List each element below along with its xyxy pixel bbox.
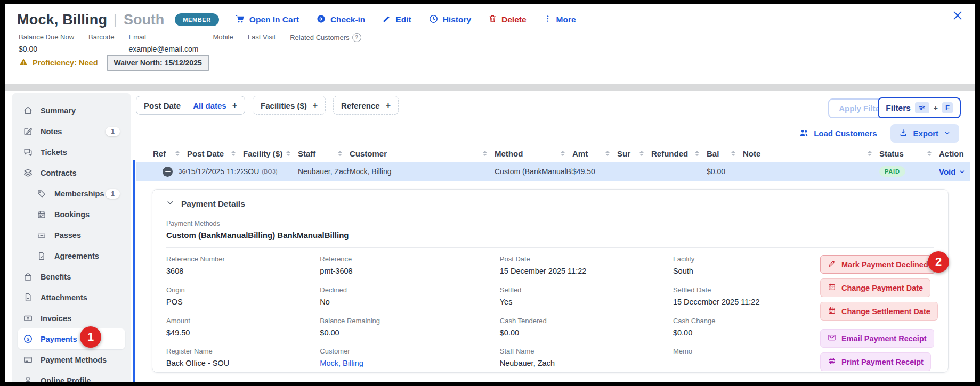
pencil-icon (382, 14, 391, 26)
member-badge: MEMBER (175, 13, 219, 26)
customer-detail-page: Mock, Billing | South MEMBER Open In Car… (5, 4, 975, 382)
customer-link[interactable]: Mock, Billing (320, 359, 499, 367)
print-payment-receipt-button[interactable]: Print Payment Receipt (820, 352, 931, 371)
delete-button[interactable]: Delete (488, 14, 527, 26)
column-header-facility[interactable]: Facility ($) (243, 146, 298, 161)
sort-icon[interactable] (286, 151, 290, 157)
sidebar-item-agreements[interactable]: Agreements (18, 245, 125, 266)
waiver-chip[interactable]: Waiver North: 15/12/2025 (107, 55, 209, 71)
row-ref: 3608 (179, 168, 187, 175)
history-clock-icon (428, 14, 439, 26)
pill-divider (187, 101, 187, 110)
detail-facility: FacilitySouth (673, 255, 820, 279)
sidebar-item-notes[interactable]: Notes 1 (18, 121, 125, 142)
history-button[interactable]: History (428, 14, 471, 26)
change-settlement-date-button[interactable]: Change Settlement Date (820, 302, 938, 321)
table-toolbar: Load Customers Export (799, 124, 959, 143)
svg-text:$: $ (27, 336, 30, 342)
check-in-button[interactable]: Check-in (316, 14, 365, 26)
add-filter-icon[interactable]: + (386, 101, 391, 110)
column-header-post-date[interactable]: Post Date (187, 146, 243, 161)
column-header-note[interactable]: Note (743, 146, 879, 161)
column-header-sur[interactable]: Sur (617, 146, 651, 161)
change-payment-date-button[interactable]: Change Payment Date (820, 278, 930, 297)
calendar-icon (37, 210, 47, 219)
column-header-amt[interactable]: Amt (572, 146, 617, 161)
row-customer: Mock, Billing (350, 162, 495, 181)
sort-icon[interactable] (731, 151, 735, 157)
detail-settled-date: Settled Date15 December 2025 11:22 (673, 286, 820, 310)
mark-payment-declined-button[interactable]: Mark Payment Declined (820, 255, 936, 274)
column-header-refunded[interactable]: Refunded (651, 146, 707, 161)
detail-post-date: Post Date15 December 2025 11:22 (500, 255, 673, 279)
home-icon (23, 105, 34, 116)
filters-button[interactable]: Filters + F (878, 97, 961, 118)
detail-amount: Amount$49.50 (166, 317, 320, 341)
payment-details-toggle[interactable]: Payment Details (166, 199, 934, 209)
filter-pill-row: Post Date All dates + Facilities ($) + R… (136, 96, 399, 115)
sidebar-item-online-profile[interactable]: Online Profile (18, 370, 125, 382)
payment-row[interactable]: 3608 15/12/2025 11:22 SOU(BO3) Neubauer,… (136, 162, 970, 181)
annotation-marker-1: 1 (80, 326, 101, 348)
detail-cash-change: Cash Change$0.00 (673, 317, 820, 341)
column-header-status[interactable]: Status (879, 146, 939, 161)
detail-cash-tendered: Cash Tendered$0.00 (500, 317, 673, 341)
facilities-filter[interactable]: Facilities ($) + (253, 96, 326, 115)
sort-icon[interactable] (695, 151, 699, 157)
reference-filter[interactable]: Reference + (333, 96, 399, 115)
sidebar-item-benefits[interactable]: Benefits (18, 266, 125, 287)
more-button[interactable]: More (544, 14, 576, 25)
detail-reference-number: Reference Number3608 (166, 255, 320, 279)
notes-count-badge: 1 (106, 127, 120, 136)
column-header-ref[interactable]: Ref (136, 146, 187, 161)
sidebar-item-attachments[interactable]: Attachments (18, 287, 125, 308)
add-filter-icon[interactable]: + (232, 101, 237, 110)
column-header-customer[interactable]: Customer (350, 146, 495, 161)
export-button[interactable]: Export (890, 124, 959, 143)
sort-icon[interactable] (561, 151, 565, 157)
edit-button[interactable]: Edit (382, 14, 411, 26)
sort-icon[interactable] (483, 151, 487, 157)
sidebar-item-bookings[interactable]: Bookings (18, 204, 125, 225)
sidebar-item-summary[interactable]: Summary (18, 100, 125, 121)
add-filter-icon[interactable]: + (313, 101, 318, 110)
sidebar-item-passes[interactable]: Passes (18, 225, 125, 245)
sidebar-item-invoices[interactable]: Invoices (18, 308, 125, 328)
collapse-row-icon[interactable] (163, 167, 173, 177)
customer-name: Mock, Billing (17, 12, 107, 28)
sidebar-item-memberships[interactable]: Memberships 1 (18, 183, 125, 204)
email-payment-receipt-button[interactable]: Email Payment Receipt (820, 329, 934, 348)
void-action-dropdown[interactable]: Void (939, 167, 966, 176)
sort-icon[interactable] (338, 151, 342, 157)
sidebar-item-payment-methods[interactable]: Payment Methods (18, 349, 125, 370)
column-header-bal[interactable]: Bal (707, 146, 743, 161)
close-icon[interactable] (952, 10, 963, 21)
load-customers-button[interactable]: Load Customers (799, 128, 877, 139)
column-header-staff[interactable]: Staff (298, 146, 350, 161)
sidebar-item-payments[interactable]: $ Payments (18, 328, 125, 349)
detail-reference: Referencepmt-3608 (320, 255, 499, 279)
sort-icon[interactable] (605, 151, 610, 157)
sort-icon[interactable] (231, 151, 236, 157)
detail-declined: DeclinedNo (320, 286, 499, 310)
last-visit-field: Last Visit — (248, 33, 276, 54)
sort-icon[interactable] (868, 151, 872, 157)
alert-row: Proficiency: Need Waiver North: 15/12/20… (19, 54, 209, 71)
header-actions: Open In Cart Check-in Edit History Delet… (235, 14, 576, 26)
dollar-circle-icon: $ (23, 334, 34, 344)
open-in-cart-button[interactable]: Open In Cart (235, 14, 299, 26)
status-badge: PAID (879, 166, 905, 177)
post-date-filter[interactable]: Post Date All dates + (136, 96, 245, 115)
expanded-row-connector (133, 160, 135, 382)
ticket-icon (37, 231, 47, 240)
post-date-filter-value[interactable]: All dates (193, 101, 226, 110)
help-icon[interactable]: ? (352, 33, 361, 42)
sort-icon[interactable] (175, 151, 180, 157)
sidebar-item-tickets[interactable]: Tickets (18, 142, 125, 162)
related-customers-field: Related Customers? — (290, 33, 361, 54)
sidebar-item-contracts[interactable]: Contracts (18, 162, 125, 183)
screenshot-canvas: Mock, Billing | South MEMBER Open In Car… (0, 0, 980, 386)
sort-icon[interactable] (927, 151, 932, 157)
column-header-method[interactable]: Method (495, 146, 572, 161)
sort-icon[interactable] (639, 151, 644, 157)
